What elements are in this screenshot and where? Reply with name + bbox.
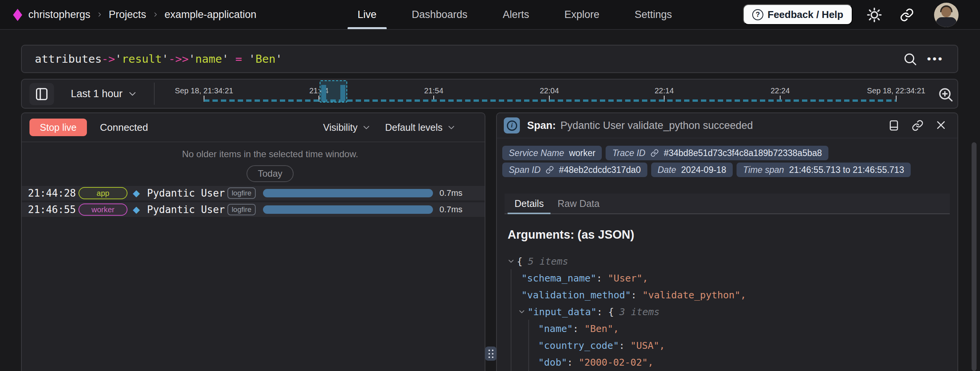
scrollbar-thumb[interactable] xyxy=(972,142,977,371)
avatar-face xyxy=(941,7,951,17)
json-entry: "name": "Ben", xyxy=(507,321,946,337)
span-kind-icon: ◆ xyxy=(133,202,140,216)
chevron-right-icon xyxy=(152,10,158,20)
duration-bar xyxy=(263,205,433,214)
close-icon[interactable] xyxy=(935,119,947,132)
nav-item-alerts[interactable]: Alerts xyxy=(493,0,539,29)
arguments-heading: Arguments: (as JSON) xyxy=(508,228,634,242)
scope-badge: logfire xyxy=(227,204,256,215)
arguments-json-tree: {5 items "schema_name": "User", "validat… xyxy=(507,253,946,371)
theme-toggle-sun-icon[interactable] xyxy=(866,7,883,23)
feed-row[interactable]: 21:44:28 app ◆ Pydantic User logfire 0.7… xyxy=(22,186,485,200)
primary-nav: Live Dashboards Alerts Explore Settings xyxy=(348,0,682,29)
feedback-help-button[interactable]: ? Feedback / Help xyxy=(743,4,853,25)
feed-row[interactable]: 21:46:55 worker ◆ Pydantic User logfire … xyxy=(22,202,485,217)
nav-item-explore[interactable]: Explore xyxy=(554,0,609,29)
query-token: ' xyxy=(115,52,122,65)
live-feed-header: Stop live Connected Visibility Default l… xyxy=(22,113,485,142)
query-actions: ••• xyxy=(903,52,944,66)
json-root-line: {5 items xyxy=(507,253,946,270)
time-range-dropdown[interactable]: Last 1 hour xyxy=(71,80,137,108)
feed-rows: 21:44:28 app ◆ Pydantic User logfire 0.7… xyxy=(22,186,485,219)
query-input[interactable]: attributes->'result'->>'name' = 'Ben' ••… xyxy=(21,45,958,73)
default-levels-dropdown[interactable]: Default levels xyxy=(385,122,456,133)
row-duration: 0.7ms xyxy=(439,202,462,217)
connection-status: Connected xyxy=(100,122,148,133)
chevron-down-icon xyxy=(447,123,456,132)
feedback-help-label: Feedback / Help xyxy=(768,9,843,21)
service-badge: worker xyxy=(78,203,127,216)
nav-item-live[interactable]: Live xyxy=(348,0,387,29)
timeline-selection-region[interactable] xyxy=(320,80,347,103)
breadcrumb-org[interactable]: christophergs xyxy=(28,9,90,21)
zoom-in-icon[interactable] xyxy=(938,86,954,103)
span-id-badge[interactable]: Span ID #48eb2cdcdc317da0 xyxy=(502,163,647,177)
query-token: name xyxy=(195,52,222,65)
timeline-activity-track xyxy=(204,99,896,102)
link-icon xyxy=(546,166,554,174)
time-range-bar: Last 1 hour Sep 18, 21:34:21 21:44 21:54… xyxy=(21,79,958,109)
question-mark-icon: ? xyxy=(752,9,763,20)
json-entry: "schema_name": "User", xyxy=(507,270,946,287)
visibility-dropdown[interactable]: Visibility xyxy=(323,122,371,133)
date-badge: Date 2024-09-18 xyxy=(651,163,733,177)
logfire-live-view: christophergs Projects example-applicati… xyxy=(0,0,980,371)
json-entry: "country_code": "USA", xyxy=(507,337,946,354)
share-link-icon[interactable] xyxy=(900,8,914,22)
query-expression: attributes->'result'->>'name' = 'Ben' xyxy=(35,52,282,65)
breadcrumb-section[interactable]: Projects xyxy=(109,9,146,21)
query-token: ->> xyxy=(168,52,188,65)
user-avatar[interactable] xyxy=(934,3,959,27)
link-icon xyxy=(650,149,659,157)
collapse-caret-icon[interactable] xyxy=(518,308,526,316)
search-icon[interactable] xyxy=(903,52,917,66)
sidebar-toggle-button[interactable] xyxy=(29,83,54,105)
query-token: ' xyxy=(189,52,195,65)
live-feed-panel: Stop live Connected Visibility Default l… xyxy=(21,112,485,371)
json-entry: "dob": "2000-02-02", xyxy=(507,354,946,371)
query-token: result xyxy=(122,52,162,65)
span-kind-label: Span: xyxy=(527,120,556,132)
avatar-body xyxy=(936,17,957,27)
divider xyxy=(154,83,155,105)
query-token: = xyxy=(229,52,248,65)
span-kind-icon: ◆ xyxy=(133,186,140,200)
today-button[interactable]: Today xyxy=(247,165,293,182)
trace-id-badge[interactable]: Trace ID #34bd8e51d73c3f4c8a189b72338a5b… xyxy=(606,146,828,160)
query-token: Ben xyxy=(255,52,275,65)
copy-link-icon[interactable] xyxy=(911,119,924,132)
service-name-badge: Service Name worker xyxy=(502,146,602,160)
activity-bar xyxy=(321,85,326,101)
duration-bar xyxy=(263,189,433,197)
breadcrumb-project[interactable]: example-application xyxy=(165,9,256,21)
query-token: -> xyxy=(102,52,115,65)
nav-item-settings[interactable]: Settings xyxy=(625,0,682,29)
more-options-icon[interactable]: ••• xyxy=(927,53,944,65)
breadcrumb: christophergs Projects example-applicati… xyxy=(28,0,256,29)
panel-resize-handle[interactable] xyxy=(485,347,497,361)
json-entry: "input_data": {3 items xyxy=(507,304,946,321)
feed-empty-state: No older items in the selected time wind… xyxy=(56,142,485,182)
collapse-caret-icon[interactable] xyxy=(507,257,515,265)
top-nav: christophergs Projects example-applicati… xyxy=(0,0,980,30)
stop-live-button[interactable]: Stop live xyxy=(29,119,87,136)
tab-raw-data[interactable]: Raw Data xyxy=(550,194,606,213)
dock-panel-icon[interactable] xyxy=(888,119,900,132)
logfire-logo-icon[interactable] xyxy=(13,9,22,21)
time-span-badge: Time span 21:46:55.713 to 21:46:55.713 xyxy=(737,163,911,177)
nav-item-dashboards[interactable]: Dashboards xyxy=(402,0,478,29)
row-timestamp: 21:44:28 xyxy=(28,186,76,200)
info-icon: i xyxy=(504,117,520,133)
query-token: ' xyxy=(222,52,229,65)
span-meta-badges: Service Name worker Trace ID #34bd8e51d7… xyxy=(502,146,952,179)
tab-details[interactable]: Details xyxy=(508,194,550,213)
activity-bar xyxy=(340,85,345,101)
query-token: ' xyxy=(162,52,168,65)
detail-tabs: Details Raw Data xyxy=(505,194,950,214)
chevron-down-icon xyxy=(128,89,137,98)
query-token: ' xyxy=(276,52,282,65)
json-entry: "validation_method": "validate_python", xyxy=(507,287,946,304)
span-title: Pydantic User validate_python succeeded xyxy=(560,120,753,132)
chevron-right-icon xyxy=(96,10,103,20)
row-duration: 0.7ms xyxy=(439,186,462,200)
